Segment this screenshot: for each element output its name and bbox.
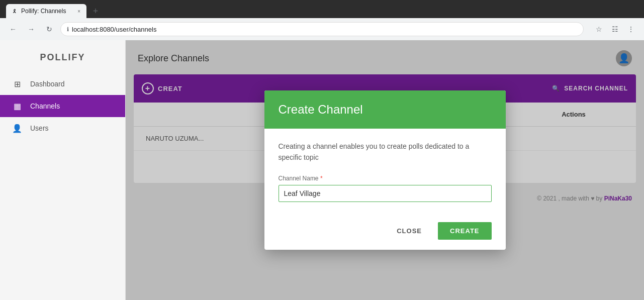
field-label-text: Channel Name — [279, 175, 319, 182]
sidebar-item-dashboard[interactable]: ⊞ Dashboard — [0, 73, 125, 95]
tab-close-button[interactable]: × — [77, 9, 80, 14]
modal-overlay: Create Channel Creating a channel enable… — [126, 40, 644, 300]
modal-header: Create Channel — [264, 90, 506, 129]
sidebar-item-channels[interactable]: ▦ Channels — [0, 95, 125, 117]
sidebar-label-dashboard: Dashboard — [30, 80, 65, 88]
modal-footer: CLOSE CREATE — [264, 214, 506, 250]
browser-tabs: 🎗 Pollify: Channels × + — [6, 0, 103, 18]
browser-actions: ☆ ☷ ⋮ — [592, 22, 638, 36]
close-button[interactable]: CLOSE — [385, 222, 434, 240]
app-container: POLLIFY ⊞ Dashboard ▦ Channels 👤 Users E… — [0, 40, 644, 300]
modal-desc-line1: Creating a channel enables you to create… — [279, 142, 470, 150]
channel-name-input[interactable] — [279, 185, 492, 202]
reload-button[interactable]: ↻ — [42, 22, 56, 36]
required-star: * — [320, 175, 323, 182]
sidebar-logo: POLLIFY — [0, 48, 125, 73]
channels-icon: ▦ — [12, 101, 22, 111]
active-tab[interactable]: 🎗 Pollify: Channels × — [6, 4, 86, 18]
address-url: localhost:8080/user/channels — [72, 26, 156, 33]
tab-title: Pollify: Channels — [21, 8, 66, 15]
address-lock-icon: ℹ — [67, 26, 69, 33]
create-button[interactable]: CREATE — [438, 222, 491, 240]
sidebar: POLLIFY ⊞ Dashboard ▦ Channels 👤 Users — [0, 40, 126, 300]
modal-desc-line2: specific topic — [279, 153, 319, 161]
browser-chrome: 🎗 Pollify: Channels × + — [0, 0, 644, 18]
sidebar-label-users: Users — [30, 124, 49, 132]
sidebar-item-users[interactable]: 👤 Users — [0, 117, 125, 139]
address-bar[interactable]: ℹ localhost:8080/user/channels — [60, 22, 584, 36]
bookmark-button[interactable]: ☆ — [592, 22, 606, 36]
new-tab-button[interactable]: + — [88, 4, 103, 18]
profile-button[interactable]: ☷ — [608, 22, 622, 36]
create-channel-modal: Create Channel Creating a channel enable… — [264, 90, 506, 250]
browser-nav: ← → ↻ ℹ localhost:8080/user/channels ☆ ☷… — [0, 18, 644, 40]
back-button[interactable]: ← — [6, 22, 20, 36]
modal-description: Creating a channel enables you to create… — [279, 141, 492, 163]
forward-button[interactable]: → — [24, 22, 38, 36]
dashboard-icon: ⊞ — [12, 79, 22, 89]
main-content: Explore Channels 👤 + CREAT 🔍 SEARCH CHAN… — [126, 40, 644, 300]
menu-button[interactable]: ⋮ — [624, 22, 638, 36]
sidebar-label-channels: Channels — [30, 102, 60, 110]
modal-body: Creating a channel enables you to create… — [264, 129, 506, 215]
channel-name-label: Channel Name * — [279, 175, 492, 182]
tab-favicon: 🎗 — [12, 9, 17, 14]
users-icon: 👤 — [12, 123, 22, 133]
modal-title: Create Channel — [279, 103, 492, 117]
